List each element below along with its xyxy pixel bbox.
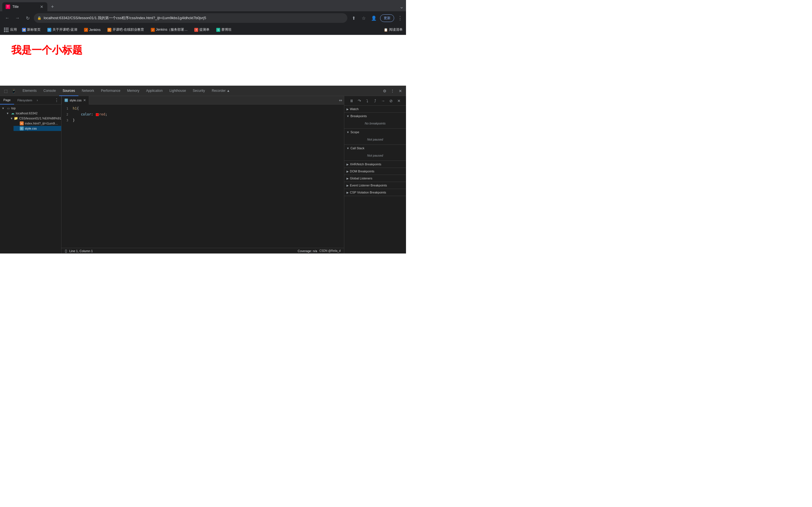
update-button[interactable]: 更新 (380, 14, 394, 22)
tab-bar-collapse[interactable]: ⌄ (400, 4, 404, 10)
debug-section-event: ▶ Event Listener Breakpoints (344, 182, 406, 189)
tab-elements[interactable]: Elements (19, 86, 40, 96)
scope-not-paused-text: Not paused (347, 136, 404, 142)
read-list-label: 阅读清单 (389, 27, 403, 32)
csdn-watermark: CSDN @Reila_d (319, 249, 341, 252)
tree-item-index-html[interactable]: ▶ H index.html?_ijt=i1um9kbs1g… (13, 121, 61, 126)
bookmark-ti-ce[interactable]: T 提测单 (193, 27, 211, 33)
file-panel-expand-icon[interactable]: › (36, 98, 39, 102)
debug-dont-pause-button[interactable]: ✕ (396, 98, 402, 104)
share-icon[interactable]: ⬆ (350, 14, 357, 22)
tree-icon-top: ▭ (6, 106, 10, 110)
scope-content: Not paused (344, 135, 406, 145)
bookmark-new-tab[interactable]: 🏠 新标签页 (20, 27, 42, 33)
address-input-wrap[interactable]: 🔒 localhost:63342/CSS/lesson01/1.我的第一个cs… (34, 13, 347, 23)
devtools-toolbar-icons: ⚙ ⋮ ✕ (381, 88, 404, 94)
debug-pause-button[interactable]: ⏸ (348, 98, 355, 104)
bm-favicon-saibote: S (216, 28, 220, 32)
debug-section-event-header[interactable]: ▶ Event Listener Breakpoints (344, 182, 406, 189)
debug-section-callstack-header[interactable]: ▼ Call Stack (344, 145, 406, 152)
code-line-2: 2 color: red; (61, 112, 344, 117)
debug-section-breakpoints-header[interactable]: ▼ Breakpoints (344, 113, 406, 119)
profile-icon[interactable]: 👤 (370, 14, 378, 22)
tree-item-style-css[interactable]: ▶ C style.css (13, 126, 61, 131)
code-value-red: red (99, 112, 105, 116)
code-brace-close: } (73, 118, 75, 122)
tab-security[interactable]: Security (190, 86, 208, 96)
tab-sources[interactable]: Sources (59, 86, 79, 96)
tab-recorder[interactable]: Recorder ▲ (208, 86, 234, 96)
debug-section-watch: ▶ Watch (344, 106, 406, 113)
debug-step-button[interactable]: → (380, 98, 387, 104)
tab-network[interactable]: Network (79, 86, 98, 96)
tab-application[interactable]: Application (143, 86, 166, 96)
devtools-more-icon[interactable]: ⋮ (389, 88, 396, 94)
apps-button[interactable]: 应用 (3, 27, 17, 33)
tree-label-index: index.html?_ijt=i1um9kbs1g… (25, 122, 59, 125)
read-list-button[interactable]: 📋 阅读清单 (384, 27, 403, 32)
debug-section-watch-header[interactable]: ▶ Watch (344, 106, 406, 112)
code-tab-style-css[interactable]: C style.css ✕ (61, 96, 89, 105)
devtools-close-icon[interactable]: ✕ (397, 88, 404, 94)
forward-button[interactable]: → (13, 14, 21, 22)
debug-section-global-header[interactable]: ▶ Global Listeners (344, 175, 406, 182)
tree-icon-css: C (20, 126, 24, 130)
debug-step-into-button[interactable]: ⤵ (364, 98, 371, 104)
back-button[interactable]: ← (3, 14, 11, 22)
debug-section-scope-header[interactable]: ▼ Scope (344, 129, 406, 135)
file-panel-more-icon[interactable]: ⋮ (52, 98, 61, 103)
debug-step-out-button[interactable]: ⤴ (372, 98, 378, 104)
tab-memory[interactable]: Memory (124, 86, 143, 96)
color-swatch-red[interactable] (96, 113, 99, 116)
new-tab-button[interactable]: + (49, 3, 56, 11)
debug-section-csp-header[interactable]: ▶ CSP Violation Breakpoints (344, 189, 406, 196)
global-expand-icon: ▶ (347, 177, 349, 180)
address-bar: ← → ↻ 🔒 localhost:63342/CSS/lesson01/1.我… (0, 11, 406, 25)
bm-label-jenkins1: Jenkins (89, 28, 101, 32)
file-panel-tab-page[interactable]: Page (0, 96, 14, 105)
tab-close-button[interactable]: ✕ (40, 4, 44, 9)
tree-label-top: top (11, 107, 15, 110)
debug-section-dom-header[interactable]: ▶ DOM Breakpoints (344, 168, 406, 175)
bookmark-kaike[interactable]: K 关于开课吧-蓝湖 (46, 27, 79, 33)
callstack-content: Not paused (344, 152, 406, 161)
bookmark-jenkins2[interactable]: J Jenkins（服务部署… (149, 27, 190, 33)
file-panel-tab-filesystem[interactable]: Filesystem (14, 96, 36, 105)
devtools: ⬚ 📱 Elements Console Sources Network Per… (0, 86, 406, 253)
debug-panel: ⏸ ↷ ⤵ ⤴ → ⊘ ✕ ▶ Watch ▼ Breakpoints (344, 96, 406, 253)
line-content-1: h1{ (71, 106, 344, 111)
tab-lighthouse[interactable]: Lighthouse (166, 86, 190, 96)
bookmark-star-icon[interactable]: ☆ (360, 14, 368, 22)
tab-title: Title (12, 5, 37, 9)
tab-performance[interactable]: Performance (98, 86, 124, 96)
bookmark-saibote[interactable]: S 赛博坦 (214, 27, 233, 33)
bookmarks-bar: 应用 🏠 新标签页 K 关于开课吧-蓝湖 J Jenkins K 开课吧-在线职… (0, 25, 406, 35)
browser-tab-active[interactable]: T Title ✕ (2, 2, 47, 11)
scope-expand-icon: ▼ (347, 131, 349, 134)
debug-deactivate-button[interactable]: ⊘ (388, 98, 395, 104)
tree-item-top[interactable]: ▼ ▭ top (0, 106, 61, 111)
browser-chrome: T Title ✕ + ⌄ ← → ↻ 🔒 localhost:63342/CS… (0, 0, 406, 35)
bookmark-jenkins1[interactable]: J Jenkins (82, 27, 102, 33)
bm-label-tice: 提测单 (199, 27, 209, 32)
tree-icon-html: H (20, 121, 24, 125)
tree-item-css-folder[interactable]: ▼ 📁 CSS/lesson01/1.%E6%88%91… (9, 116, 61, 121)
refresh-button[interactable]: ↻ (24, 14, 32, 22)
debug-section-xhr-header[interactable]: ▶ XHR/fetch Breakpoints (344, 161, 406, 168)
code-tab-close-button[interactable]: ✕ (83, 98, 86, 102)
code-editor[interactable]: 1 h1{ 2 color: red; 3 } (61, 105, 344, 248)
devtools-select-tool[interactable]: ⬚ (2, 88, 9, 94)
tab-console[interactable]: Console (40, 86, 59, 96)
devtools-device-toolbar[interactable]: 📱 (10, 88, 17, 94)
debug-step-over-button[interactable]: ↷ (356, 98, 363, 104)
code-panel-format-toggle[interactable]: ⇔ (337, 97, 344, 104)
bm-favicon-new-tab: 🏠 (22, 28, 26, 32)
browser-menu-button[interactable]: ⋮ (398, 15, 403, 21)
tree-item-localhost[interactable]: ▼ ☁ localhost:63342 (4, 111, 61, 116)
watch-label: Watch (350, 107, 359, 111)
devtools-settings-icon[interactable]: ⚙ (381, 88, 388, 94)
address-right-icons: ⬆ ☆ 👤 (350, 14, 378, 22)
code-property-color: color (81, 112, 91, 116)
bookmark-kaikeba[interactable]: K 开课吧-在线职业教育 (106, 27, 146, 33)
watch-expand-icon: ▶ (347, 108, 349, 111)
